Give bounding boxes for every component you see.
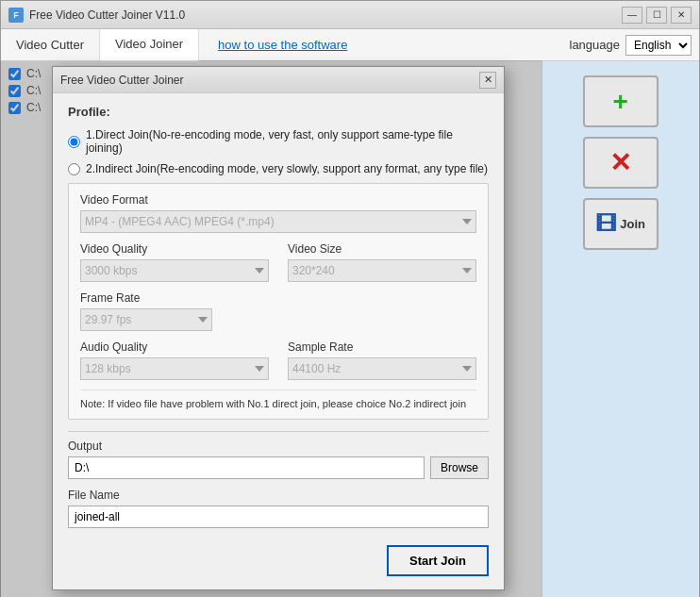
modal-footer: Start Join — [53, 538, 504, 589]
frame-rate-row: Frame Rate 29.97 fps — [80, 291, 476, 331]
output-section: Output Browse — [53, 432, 504, 485]
add-file-button[interactable]: + — [583, 75, 658, 127]
film-icon: 🎞 — [595, 212, 616, 237]
output-label: Output — [68, 439, 489, 453]
tab-video-cutter[interactable]: Video Cutter — [1, 29, 100, 61]
filename-input[interactable] — [68, 506, 489, 528]
radio-direct-input[interactable] — [68, 136, 80, 148]
modal-title: Free Video Cutter Joiner — [60, 74, 479, 87]
settings-section: Video Format MP4 - (MPEG4 AAC) MPEG4 (*.… — [68, 183, 489, 420]
sample-rate-label: Sample Rate — [288, 340, 476, 354]
profile-label: Profile: — [68, 105, 489, 119]
app-title: Free Video Cutter Joiner V11.0 — [29, 8, 622, 22]
audio-quality-label: Audio Quality — [80, 340, 269, 354]
quality-size-row: Video Quality 3000 kbps Video Size 320*2… — [80, 242, 476, 282]
radio-indirect-input[interactable] — [68, 163, 80, 175]
modal-body: Profile: 1.Direct Join(No-re-encoding mo… — [53, 93, 504, 431]
maximize-button[interactable]: ☐ — [646, 7, 667, 24]
output-path-input[interactable] — [68, 456, 425, 479]
video-size-group: Video Size 320*240 — [288, 242, 476, 282]
output-row: Browse — [68, 456, 489, 479]
sample-rate-group: Sample Rate 44100 Hz — [288, 340, 476, 380]
filename-label: File Name — [68, 489, 489, 502]
radio-option-indirect[interactable]: 2.Indirect Join(Re-encoding mode, very s… — [68, 162, 489, 175]
plus-icon: + — [613, 87, 628, 117]
browse-button[interactable]: Browse — [430, 456, 489, 479]
video-quality-select[interactable]: 3000 kbps — [80, 259, 269, 282]
video-format-row: Video Format MP4 - (MPEG4 AAC) MPEG4 (*.… — [80, 193, 476, 233]
start-join-button[interactable]: Start Join — [387, 545, 489, 576]
radio-option-direct[interactable]: 1.Direct Join(No-re-encoding mode, very … — [68, 128, 489, 155]
remove-icon: ✕ — [609, 147, 631, 178]
language-select[interactable]: English — [625, 35, 692, 56]
close-button[interactable]: ✕ — [671, 7, 692, 24]
video-size-select[interactable]: 320*240 — [288, 259, 476, 282]
language-label: language — [570, 38, 621, 52]
video-format-select[interactable]: MP4 - (MPEG4 AAC) MPEG4 (*.mp4) — [80, 210, 476, 233]
remove-file-button[interactable]: ✕ — [583, 137, 658, 189]
sample-rate-select[interactable]: 44100 Hz — [288, 357, 476, 380]
audio-sample-row: Audio Quality 128 kbps Sample Rate 44100… — [80, 340, 476, 380]
filename-section: File Name — [53, 485, 504, 538]
app-icon: F — [8, 8, 24, 23]
title-controls: — ☐ ✕ — [622, 7, 692, 24]
how-to-use-link[interactable]: how to use the software — [218, 38, 347, 52]
title-bar: F Free Video Cutter Joiner V11.0 — ☐ ✕ — [1, 1, 699, 29]
join-button-label: Join — [620, 217, 645, 231]
frame-rate-select[interactable]: 29.97 fps — [80, 308, 212, 331]
radio-direct-label: 1.Direct Join(No-re-encoding mode, very … — [86, 128, 489, 155]
modal-dialog: Free Video Cutter Joiner ✕ Profile: 1.Di… — [52, 66, 505, 590]
video-quality-label: Video Quality — [80, 242, 269, 256]
radio-indirect-label: 2.Indirect Join(Re-encoding mode, very s… — [86, 162, 488, 175]
radio-group: 1.Direct Join(No-re-encoding mode, very … — [68, 128, 489, 175]
audio-quality-select[interactable]: 128 kbps — [80, 357, 269, 380]
video-quality-group: Video Quality 3000 kbps — [80, 242, 269, 282]
minimize-button[interactable]: — — [622, 7, 642, 24]
audio-quality-group: Audio Quality 128 kbps — [80, 340, 269, 380]
language-area: language English — [570, 35, 700, 56]
frame-rate-label: Frame Rate — [80, 291, 476, 305]
modal-close-button[interactable]: ✕ — [479, 72, 496, 89]
tab-video-joiner[interactable]: Video Joiner — [100, 29, 199, 61]
right-panel: + ✕ 🎞 Join — [542, 61, 699, 597]
modal-title-bar: Free Video Cutter Joiner ✕ — [53, 67, 504, 93]
menu-bar: Video Cutter Video Joiner how to use the… — [1, 29, 699, 61]
note-text: Note: If video file have problem with No… — [80, 390, 476, 409]
join-button[interactable]: 🎞 Join — [583, 198, 658, 250]
video-format-label: Video Format — [80, 193, 476, 207]
video-size-label: Video Size — [288, 242, 476, 256]
